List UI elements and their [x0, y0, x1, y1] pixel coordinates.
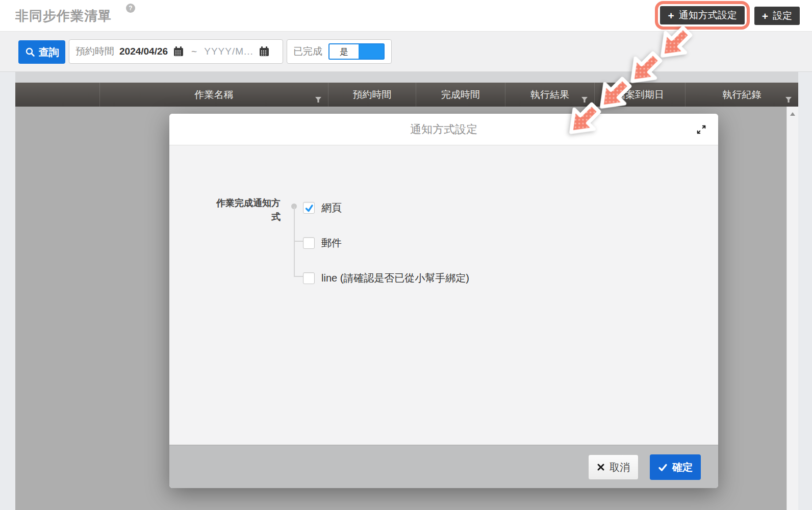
notify-method-field-label: 作業完成通知方式 — [208, 196, 281, 224]
date-from-value[interactable]: 2024/04/26 — [119, 46, 168, 57]
date-from-calendar-button[interactable] — [173, 46, 184, 57]
help-icon[interactable]: ? — [126, 4, 135, 13]
option-row-line: line (請確認是否已從小幫手綁定) — [303, 271, 469, 285]
confirm-button[interactable]: 確定 — [650, 454, 701, 480]
filter-icon[interactable] — [315, 96, 322, 103]
page-left-margin — [0, 72, 15, 510]
page-title: 非同步作業清單 — [15, 7, 112, 25]
grid-column-blank — [15, 83, 99, 107]
settings-button[interactable]: + 設定 — [754, 7, 800, 25]
grid-column-scheduled-time[interactable]: 預約時間 — [328, 83, 416, 107]
completed-group: 已完成 是 — [287, 39, 392, 64]
grid-header: 作業名稱 預約時間 完成時間 執行結果 檔案到期日 執行紀錄 — [15, 83, 798, 107]
option-label-mail: 郵件 — [321, 236, 342, 250]
grid-column-finish-time[interactable]: 完成時間 — [416, 83, 505, 107]
grid-column-exec-log[interactable]: 執行紀錄 — [685, 83, 798, 107]
date-range-group: 預約時間 2024/04/26 ~ YYYY/M... — [69, 39, 283, 64]
completed-label: 已完成 — [293, 45, 322, 58]
check-icon — [658, 463, 668, 472]
cancel-button[interactable]: 取消 — [588, 454, 639, 480]
date-range-label: 預約時間 — [75, 45, 114, 58]
page: 作業名稱 預約時間 完成時間 執行結果 檔案到期日 執行紀錄 非同步作業清單 ?… — [0, 0, 812, 510]
calendar-icon — [173, 46, 184, 57]
checkbox-web[interactable] — [303, 202, 315, 214]
date-to-calendar-button[interactable] — [259, 46, 270, 57]
query-button[interactable]: 查詢 — [18, 40, 65, 64]
scrollbar-up-arrow[interactable] — [790, 112, 795, 116]
modal-header: 通知方式設定 — [169, 114, 718, 145]
checkbox-mail[interactable] — [303, 237, 315, 249]
vertical-scrollbar[interactable] — [786, 107, 798, 510]
filter-icon[interactable] — [785, 96, 792, 103]
plus-icon: + — [762, 11, 768, 21]
completed-toggle[interactable]: 是 — [328, 43, 385, 60]
date-range-tilde: ~ — [189, 46, 199, 57]
option-row-mail: 郵件 — [303, 236, 342, 250]
modal-body: 作業完成通知方式 網頁 郵件 line (請確認是 — [169, 145, 718, 445]
modal-title: 通知方式設定 — [169, 114, 718, 145]
content-band — [15, 72, 798, 83]
search-icon — [25, 47, 35, 57]
expand-icon[interactable] — [696, 124, 707, 135]
x-icon — [597, 463, 605, 471]
toggle-on-label: 是 — [329, 44, 359, 59]
modal-footer: 取消 確定 — [169, 445, 718, 488]
option-label-line: line (請確認是否已從小幫手綁定) — [321, 271, 469, 285]
checkbox-line[interactable] — [303, 272, 315, 284]
option-row-web: 網頁 — [303, 201, 342, 215]
date-to-placeholder[interactable]: YYYY/M... — [204, 46, 253, 57]
tree-connector-vertical — [294, 207, 295, 277]
option-label-web: 網頁 — [321, 201, 342, 215]
tree-connector-horizontal — [294, 241, 303, 242]
notify-settings-modal: 通知方式設定 作業完成通知方式 網頁 郵件 — [169, 114, 718, 488]
calendar-icon — [259, 46, 270, 57]
topbar: 非同步作業清單 ? + 通知方式設定 + 設定 — [0, 0, 812, 32]
page-right-margin — [798, 72, 812, 510]
grid-column-job-name[interactable]: 作業名稱 — [99, 83, 328, 107]
tree-connector-horizontal — [294, 276, 303, 277]
